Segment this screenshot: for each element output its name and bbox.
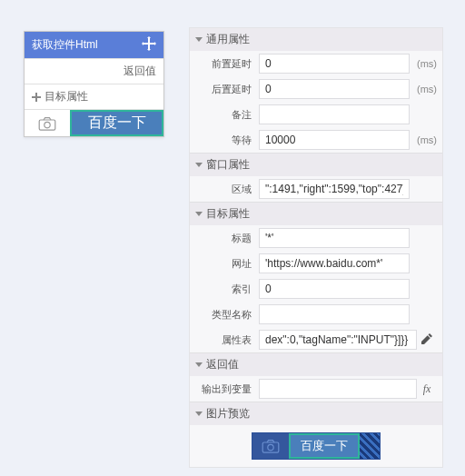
node-title: 获取控件Html	[32, 37, 98, 53]
row-index: 索引	[190, 276, 442, 302]
svg-rect-2	[262, 442, 279, 452]
output-input[interactable]	[259, 379, 417, 399]
chevron-down-icon	[195, 412, 203, 416]
preview-button-text: 百度一下	[88, 114, 146, 133]
preview-edge	[360, 433, 380, 459]
section-target[interactable]: 目标属性	[190, 202, 442, 225]
remark-label: 备注	[195, 108, 259, 122]
type-label: 类型名称	[195, 308, 259, 322]
url-label: 网址	[195, 257, 259, 271]
chevron-down-icon	[195, 212, 203, 216]
section-preview-title: 图片预览	[206, 406, 250, 421]
row-region: 区域	[190, 176, 442, 202]
region-label: 区域	[195, 183, 259, 196]
remark-input[interactable]	[259, 104, 410, 124]
url-input[interactable]	[259, 253, 410, 273]
section-preview[interactable]: 图片预览	[190, 402, 442, 425]
row-attrs: 属性表	[190, 327, 442, 352]
preview-button[interactable]: 百度一下	[70, 110, 163, 136]
title-prop-label: 标题	[195, 232, 259, 245]
post-delay-unit: (ms)	[410, 84, 437, 94]
attrs-label: 属性表	[195, 333, 259, 347]
fx-icon[interactable]: fx	[417, 382, 437, 396]
chevron-down-icon	[195, 362, 203, 367]
section-target-title: 目标属性	[206, 206, 250, 222]
move-icon[interactable]	[142, 36, 156, 54]
title-prop-input[interactable]	[259, 228, 410, 248]
type-input[interactable]	[259, 304, 410, 324]
row-post-delay: 后置延时 (ms)	[190, 76, 442, 102]
node-preview: 百度一下	[25, 109, 163, 136]
properties-panel: 通用属性 前置延时 (ms) 后置延时 (ms) 备注 等待 (ms) 窗口属性…	[189, 27, 443, 468]
node-card: 获取控件Html 返回值 目标属性 百度一下	[24, 31, 164, 137]
section-general[interactable]: 通用属性	[190, 28, 442, 51]
index-input[interactable]	[259, 279, 410, 299]
section-general-title: 通用属性	[206, 32, 250, 47]
row-type: 类型名称	[190, 302, 442, 327]
plus-icon	[32, 93, 41, 102]
camera-icon[interactable]	[25, 110, 70, 136]
row-remark: 备注	[190, 102, 442, 127]
svg-point-1	[45, 122, 50, 127]
output-label: 输出到变量	[195, 382, 259, 396]
pre-delay-label: 前置延时	[195, 57, 259, 71]
chevron-down-icon	[195, 37, 203, 42]
section-return-title: 返回值	[206, 357, 239, 372]
preview-search-text: 百度一下	[301, 438, 348, 454]
wait-unit: (ms)	[410, 134, 437, 145]
pre-delay-unit: (ms)	[410, 58, 437, 69]
post-delay-label: 后置延时	[195, 83, 259, 96]
index-label: 索引	[195, 283, 259, 296]
preview-row: 百度一下	[190, 425, 442, 467]
svg-rect-0	[39, 120, 55, 130]
row-output: 输出到变量 fx	[190, 376, 442, 402]
return-label: 返回值	[124, 64, 156, 77]
row-wait: 等待 (ms)	[190, 127, 442, 153]
node-target-row[interactable]: 目标属性	[25, 84, 163, 109]
node-return-row[interactable]: 返回值	[25, 58, 163, 84]
section-window[interactable]: 窗口属性	[190, 153, 442, 176]
wait-label: 等待	[195, 134, 259, 147]
camera-icon	[252, 433, 289, 459]
row-url: 网址	[190, 251, 442, 276]
wait-input[interactable]	[259, 130, 410, 150]
section-return[interactable]: 返回值	[190, 352, 442, 376]
pre-delay-input[interactable]	[259, 54, 410, 74]
node-header[interactable]: 获取控件Html	[25, 32, 163, 58]
preview-search-button: 百度一下	[289, 433, 360, 459]
row-pre-delay: 前置延时 (ms)	[190, 51, 442, 76]
target-label: 目标属性	[45, 89, 88, 104]
chevron-down-icon	[195, 163, 203, 167]
edit-icon[interactable]	[417, 333, 437, 347]
attrs-input[interactable]	[259, 330, 417, 350]
section-window-title: 窗口属性	[206, 157, 250, 173]
post-delay-input[interactable]	[259, 79, 410, 99]
row-title-prop: 标题	[190, 225, 442, 251]
svg-point-3	[268, 444, 273, 450]
region-input[interactable]	[259, 179, 410, 199]
preview-image[interactable]: 百度一下	[252, 432, 381, 460]
